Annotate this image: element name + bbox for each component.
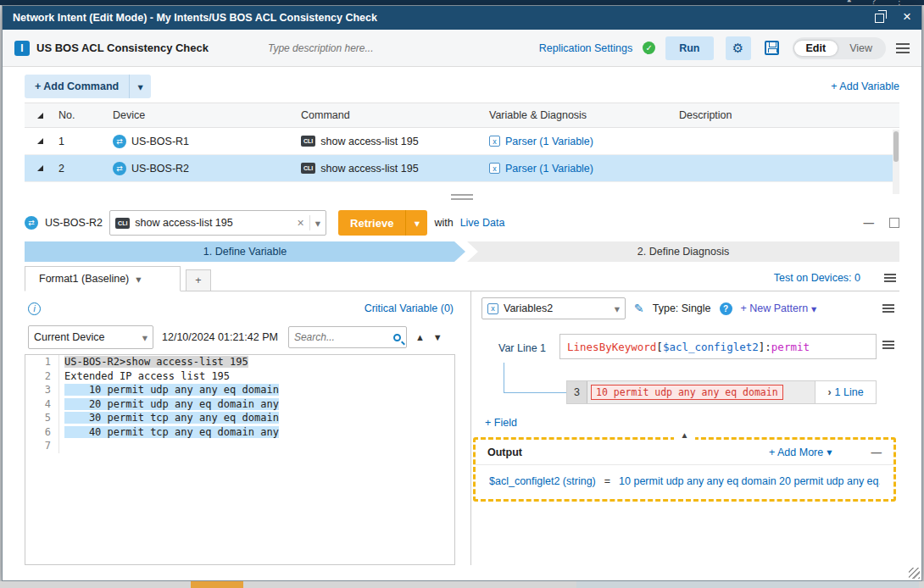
parser-icon xyxy=(489,136,500,147)
output-header: Output + Add More xyxy=(476,440,893,465)
header-menu-icon[interactable] xyxy=(896,43,910,53)
search-box[interactable] xyxy=(288,326,407,348)
next-match-button[interactable] xyxy=(433,331,443,343)
live-data-link[interactable]: Live Data xyxy=(460,217,505,229)
type-label: Type: Single xyxy=(653,302,711,314)
restore-icon[interactable] xyxy=(875,14,884,23)
device-select[interactable]: Current Device xyxy=(28,325,153,349)
help-icon[interactable] xyxy=(720,302,732,315)
step-define-variable[interactable]: 1. Define Variable xyxy=(25,241,465,262)
output-variable-name: $acl_configlet2 (string) xyxy=(489,475,596,487)
run-button[interactable]: Run xyxy=(665,36,713,60)
row-expand-icon[interactable] xyxy=(37,138,43,144)
retrieve-button[interactable]: Retrieve xyxy=(338,210,427,236)
save-icon[interactable] xyxy=(765,41,779,55)
device-icon xyxy=(113,162,126,175)
retrieve-label[interactable]: Retrieve xyxy=(338,210,405,236)
device-name: US-BOS-R2 xyxy=(45,217,103,229)
run-settings-gear-icon[interactable] xyxy=(726,36,751,60)
match-line-number: 3 xyxy=(567,381,587,403)
close-icon[interactable] xyxy=(903,12,911,24)
resize-grip[interactable] xyxy=(909,568,920,579)
chevron-right-icon xyxy=(827,386,831,398)
device-icon xyxy=(25,216,38,230)
device-bar: US-BOS-R2 CLI show access-list 195 Retri… xyxy=(25,209,899,236)
add-command-button[interactable]: + Add Command xyxy=(25,75,151,98)
add-tab-button[interactable]: + xyxy=(186,269,211,291)
new-pattern-link[interactable]: + New Pattern xyxy=(741,302,817,315)
match-preview-row[interactable]: 3 10 permit udp any any eq domain 1 Line xyxy=(566,380,877,404)
replication-settings-link[interactable]: Replication Settings xyxy=(539,42,632,54)
new-pattern-label[interactable]: + New Pattern xyxy=(741,302,809,314)
line-number: 3 xyxy=(25,383,59,397)
view-mode-button[interactable]: View xyxy=(838,41,884,56)
search-icon[interactable] xyxy=(393,334,401,341)
add-command-label[interactable]: + Add Command xyxy=(25,75,129,98)
col-description: Description xyxy=(672,109,899,121)
table-scrollbar[interactable] xyxy=(893,130,899,194)
add-field-link[interactable]: + Field xyxy=(485,417,517,429)
variables-select-value: Variables2 xyxy=(504,302,553,314)
table-header-row: No. Device Command Variable & Diagnosis … xyxy=(25,103,899,128)
add-variable-link[interactable]: + Add Variable xyxy=(831,80,899,92)
table-row[interactable]: 1 US-BOS-R1 CLIshow access-list 195 Pars… xyxy=(25,128,899,155)
command-text: show access-list 195 xyxy=(320,136,418,147)
output-panel: Output + Add More $acl_configlet2 (strin… xyxy=(473,437,896,502)
dropdown-separator xyxy=(309,215,310,230)
line-number: 4 xyxy=(25,397,59,412)
tab-format1-baseline[interactable]: Format1 (Baseline) xyxy=(25,266,181,291)
prev-match-button[interactable] xyxy=(415,331,425,343)
table-row-selected[interactable]: 2 US-BOS-R2 CLIshow access-list 195 Pars… xyxy=(25,155,899,182)
tab-menu-icon[interactable] xyxy=(884,274,896,282)
critical-variable-link[interactable]: Critical Variable (0) xyxy=(365,302,454,314)
background-window-fragment xyxy=(191,581,243,588)
code-line: 20 permit udp any eq domain any xyxy=(64,398,279,410)
info-icon[interactable] xyxy=(28,302,41,315)
edit-pencil-icon[interactable] xyxy=(634,302,644,315)
command-dropdown[interactable]: CLI show access-list 195 xyxy=(109,210,326,236)
row-expand-icon[interactable] xyxy=(37,165,43,171)
pattern-row-menu-icon[interactable] xyxy=(882,341,894,349)
output-title: Output xyxy=(487,447,522,458)
cli-output-viewer[interactable]: 1US-BOS-R2>show access-list 195 2Extende… xyxy=(25,354,455,565)
add-command-caret-icon[interactable] xyxy=(129,75,151,98)
code-line: 10 permit udp any any eq domain xyxy=(64,384,279,396)
chevron-down-icon[interactable] xyxy=(615,302,620,315)
add-more-label[interactable]: + Add More xyxy=(769,447,823,458)
add-more-link[interactable]: + Add More xyxy=(769,446,832,458)
add-more-caret-icon[interactable] xyxy=(827,446,832,458)
edit-mode-button[interactable]: Edit xyxy=(794,41,838,56)
tab-caret-icon[interactable] xyxy=(136,273,141,286)
step-define-diagnosis[interactable]: 2. Define Diagnosis xyxy=(467,241,899,262)
minimize-icon[interactable] xyxy=(864,217,875,229)
expand-all-icon[interactable] xyxy=(37,113,43,119)
new-pattern-caret-icon[interactable] xyxy=(811,302,816,315)
output-minimize-icon[interactable] xyxy=(871,447,882,458)
clear-icon[interactable] xyxy=(298,216,304,230)
line-count-expander[interactable]: 1 Line xyxy=(815,381,876,403)
code-line: 40 permit tcp any eq domain any xyxy=(64,426,279,438)
device-name: US-BOS-R2 xyxy=(131,163,189,175)
row-no: 1 xyxy=(55,136,106,147)
test-on-devices-link[interactable]: Test on Devices: 0 xyxy=(774,272,860,284)
commands-table: No. Device Command Variable & Diagnosis … xyxy=(25,103,899,197)
collapse-output-icon[interactable] xyxy=(674,430,696,440)
description-input[interactable] xyxy=(268,42,454,54)
chevron-down-icon[interactable] xyxy=(142,331,148,344)
chevron-down-icon[interactable] xyxy=(315,217,320,230)
search-input[interactable] xyxy=(294,331,393,343)
output-variable-value: 10 permit udp any any eq domain 20 permi… xyxy=(619,475,880,487)
pattern-bracket: [ xyxy=(656,341,663,353)
device-name: US-BOS-R1 xyxy=(131,136,189,147)
retrieve-caret-icon[interactable] xyxy=(405,210,427,236)
parser-link[interactable]: Parser (1 Variable) xyxy=(505,163,593,175)
parser-link[interactable]: Parser (1 Variable) xyxy=(505,136,593,147)
split-drag-handle[interactable] xyxy=(451,194,473,200)
pattern-input[interactable]: LinesByKeyword[$acl_configlet2]:permit xyxy=(559,334,877,359)
cli-badge: CLI xyxy=(301,136,315,147)
tree-connector xyxy=(504,392,566,393)
scrollbar-thumb[interactable] xyxy=(893,131,899,162)
variables-select[interactable]: Variables2 xyxy=(481,297,626,319)
pattern-menu-icon[interactable] xyxy=(882,304,894,313)
expand-box-icon[interactable] xyxy=(889,218,899,228)
